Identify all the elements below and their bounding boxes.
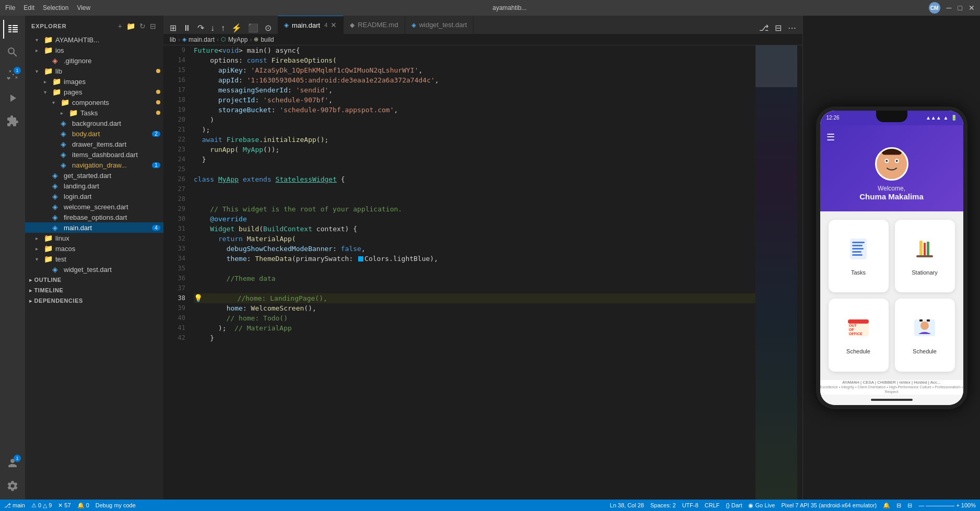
svg-point-22: [920, 322, 929, 330]
run-activity-icon[interactable]: [3, 89, 22, 108]
encoding-status[interactable]: UTF-8: [682, 502, 698, 508]
step-over-icon[interactable]: ↷: [195, 22, 206, 34]
zoom-status[interactable]: — ————— + 100%: [918, 502, 976, 508]
tree-item-navigation-draw[interactable]: ◈ navigation_draw... 1: [25, 160, 163, 170]
code-line-38: 💡 //home: LandingPage(),: [194, 293, 755, 303]
sidebar-header: EXPLORER + 📁 ↻ ⊟: [25, 16, 163, 34]
phone-card-schedule-1[interactable]: OUT OF OFFICE Schedule: [829, 299, 889, 372]
info-status[interactable]: ✕ 57: [58, 502, 70, 509]
eol-status[interactable]: CRLF: [705, 502, 720, 508]
git-branch-status[interactable]: ⎇ main: [4, 502, 25, 509]
phone-time: 12:26: [826, 115, 840, 121]
tree-item-gitignore[interactable]: ◈ .gitignore: [25, 55, 163, 66]
refresh-button[interactable]: ↻: [138, 21, 147, 31]
menu-selection[interactable]: Selection: [43, 4, 68, 11]
search-activity-icon[interactable]: [3, 43, 22, 62]
go-live-status[interactable]: ◉ Go Live: [748, 502, 775, 509]
explorer-toggle-icon[interactable]: ⊞: [168, 22, 179, 34]
tree-item-items-dashboard[interactable]: ◈ items_dashboard.dart: [25, 149, 163, 160]
notifications-status[interactable]: 🔔 0: [77, 502, 89, 509]
collapse-button[interactable]: ⊟: [149, 21, 157, 31]
notification-bell-icon[interactable]: 🔔: [883, 502, 890, 509]
more-icon[interactable]: ⊙: [263, 22, 274, 34]
phone-card-stationary[interactable]: Stationary: [895, 220, 955, 293]
language-mode-status[interactable]: {} Dart: [726, 502, 742, 508]
spaces-status[interactable]: Spaces: 2: [650, 502, 676, 508]
tree-item-main-dart[interactable]: ◈ main.dart 4: [25, 222, 163, 233]
tree-item-login[interactable]: ◈ login.dart: [25, 191, 163, 201]
hot-reload-icon[interactable]: ⚡: [229, 22, 244, 34]
source-control-activity-icon[interactable]: 1: [3, 66, 22, 85]
layout-icon[interactable]: ⊟: [896, 502, 901, 509]
cursor-position-status[interactable]: Ln 38, Col 28: [610, 502, 644, 508]
panel-icon[interactable]: ⊟: [907, 502, 912, 509]
phone-card-tasks[interactable]: Tasks: [829, 220, 889, 293]
breadcrumb-myapp[interactable]: ⬡ MyApp: [221, 36, 247, 43]
dependencies-section[interactable]: ▸ DEPENDENCIES: [25, 295, 163, 306]
menu-edit[interactable]: Edit: [23, 4, 34, 11]
tree-item-lib[interactable]: ▾ 📁 lib: [25, 66, 163, 76]
tree-item-macos[interactable]: ▸ 📁 macos: [25, 243, 163, 254]
tree-item-components[interactable]: ▾ 📁 components: [25, 97, 163, 108]
maximize-button[interactable]: □: [958, 4, 962, 12]
emulator-status[interactable]: Pixel 7 API 35 (android-x64 emulator): [781, 502, 877, 508]
line-num-16: 16: [178, 75, 185, 85]
code-editor[interactable]: 9 14 15 16 17 18 19 20 21 22 23 24 25 26…: [163, 45, 802, 500]
split-editor-icon[interactable]: ⊟: [773, 22, 784, 34]
tree-item-get-started[interactable]: ◈ get_started.dart: [25, 170, 163, 181]
tree-item-linux[interactable]: ▸ 📁 linux: [25, 233, 163, 243]
tree-item-ios[interactable]: ▸ 📁 ios: [25, 45, 163, 55]
close-button[interactable]: ✕: [969, 4, 975, 12]
tree-item-firebase-options[interactable]: ◈ firebase_options.dart: [25, 212, 163, 222]
svg-rect-13: [924, 243, 926, 257]
tree-item-drawer-items[interactable]: ◈ drawer_items.dart: [25, 139, 163, 149]
pause-icon[interactable]: ⏸: [181, 22, 193, 34]
branch-icon[interactable]: ⎇: [757, 22, 771, 34]
timeline-section[interactable]: ▸ TIMELINE: [25, 285, 163, 295]
errors-warnings-status[interactable]: ⚠ 0 △ 9: [31, 502, 52, 509]
account-activity-icon[interactable]: 1: [3, 454, 22, 472]
tasks-card-icon: [846, 236, 871, 266]
phone-menu-icon[interactable]: ☰: [820, 132, 835, 143]
phone-footer-logos-text: AYAMAH | CESA | CHIBBER | nintex | Hoste…: [820, 380, 963, 394]
tab-main-dart[interactable]: ◈ main.dart 4 ✕: [278, 16, 344, 34]
extensions-activity-icon[interactable]: [3, 112, 22, 130]
tree-item-body-dart[interactable]: ◈ body.dart 2: [25, 128, 163, 139]
tab-readme[interactable]: ◆ README.md: [344, 16, 405, 34]
menu-view[interactable]: View: [77, 4, 90, 11]
breadcrumb-build[interactable]: ⊕ build: [254, 36, 274, 43]
new-folder-button[interactable]: 📁: [125, 21, 136, 31]
tree-root[interactable]: ▾ 📁 AYAMAHTIB...: [25, 34, 163, 45]
code-line-29: // This widget is the root of your appli…: [194, 204, 755, 214]
window-title: ayamahtib...: [492, 4, 526, 11]
debug-status[interactable]: Debug my code: [96, 502, 136, 508]
stop-icon[interactable]: ⬛: [246, 22, 261, 34]
step-into-icon[interactable]: ↓: [208, 22, 217, 34]
line-num-33: 33: [178, 244, 185, 254]
user-avatar[interactable]: CM: [929, 2, 940, 14]
menu-file[interactable]: File: [5, 4, 15, 11]
tree-item-images[interactable]: ▸ 📁 images: [25, 76, 163, 87]
phone-card-schedule-2-label: Schedule: [913, 348, 937, 354]
tree-item-background-dart[interactable]: ◈ background.dart: [25, 118, 163, 128]
scrollbar[interactable]: [797, 45, 802, 500]
tree-item-widget-test[interactable]: ◈ widget_test.dart: [25, 264, 163, 275]
more-actions-icon[interactable]: ⋯: [786, 22, 798, 34]
settings-activity-icon[interactable]: [3, 477, 22, 495]
outline-section[interactable]: ▸ OUTLINE: [25, 275, 163, 285]
code-content[interactable]: Future<void> main() async{ options: cons…: [190, 45, 755, 500]
breadcrumb-lib[interactable]: lib: [170, 36, 176, 43]
new-file-button[interactable]: +: [117, 21, 123, 31]
minimize-button[interactable]: ─: [947, 4, 952, 12]
tree-item-pages[interactable]: ▾ 📁 pages: [25, 87, 163, 97]
tab-widget-test[interactable]: ◈ widget_test.dart: [405, 16, 474, 34]
breadcrumb-main-dart[interactable]: ◈ main.dart: [182, 36, 215, 43]
explorer-activity-icon[interactable]: [3, 20, 22, 39]
tree-item-tasks[interactable]: ▸ 📁 Tasks: [25, 108, 163, 118]
tab-main-dart-close[interactable]: ✕: [330, 21, 337, 29]
tree-item-welcome-screen[interactable]: ◈ welcome_screen.dart: [25, 201, 163, 212]
tree-item-landing[interactable]: ◈ landing.dart: [25, 181, 163, 191]
tree-item-test[interactable]: ▾ 📁 test: [25, 254, 163, 264]
step-out-icon[interactable]: ↑: [219, 22, 227, 34]
phone-card-schedule-2[interactable]: Schedule: [895, 299, 955, 372]
